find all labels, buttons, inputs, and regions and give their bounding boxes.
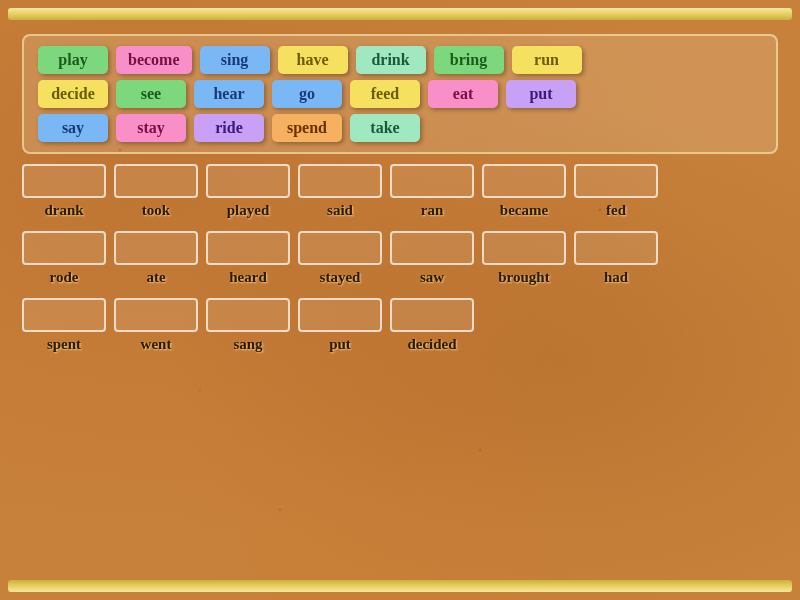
words-panel: play become sing have drink bring run de…	[22, 34, 778, 154]
answer-box-spent[interactable]	[22, 298, 106, 332]
word-bring[interactable]: bring	[434, 46, 504, 74]
answer-item-decided: decided	[390, 298, 474, 353]
answer-box-ran[interactable]	[390, 164, 474, 198]
word-row-2: decide see hear go feed eat put	[38, 80, 762, 108]
answer-box-said[interactable]	[298, 164, 382, 198]
word-go[interactable]: go	[272, 80, 342, 108]
answer-item-said: said	[298, 164, 382, 219]
answer-item-played: played	[206, 164, 290, 219]
answer-box-ate[interactable]	[114, 231, 198, 265]
word-feed[interactable]: feed	[350, 80, 420, 108]
answer-row-3: spent went sang put decided	[22, 298, 778, 353]
word-row-1: play become sing have drink bring run	[38, 46, 762, 74]
answer-box-rode[interactable]	[22, 231, 106, 265]
answer-label-played: played	[227, 202, 270, 219]
answer-box-went[interactable]	[114, 298, 198, 332]
answer-box-had[interactable]	[574, 231, 658, 265]
answer-section: drank took played said ran became	[22, 164, 778, 357]
answer-label-went: went	[141, 336, 172, 353]
answer-label-took: took	[142, 202, 170, 219]
answer-item-spent: spent	[22, 298, 106, 353]
answer-label-rode: rode	[50, 269, 79, 286]
word-put[interactable]: put	[506, 80, 576, 108]
answer-label-drank: drank	[44, 202, 83, 219]
word-stay[interactable]: stay	[116, 114, 186, 142]
answer-label-fed: fed	[606, 202, 626, 219]
answer-item-fed: fed	[574, 164, 658, 219]
answer-label-had: had	[604, 269, 628, 286]
answer-item-sang: sang	[206, 298, 290, 353]
word-sing[interactable]: sing	[200, 46, 270, 74]
answer-label-decided: decided	[407, 336, 456, 353]
answer-box-fed[interactable]	[574, 164, 658, 198]
answer-label-stayed: stayed	[320, 269, 361, 286]
answer-item-took: took	[114, 164, 198, 219]
word-take[interactable]: take	[350, 114, 420, 142]
answer-item-stayed: stayed	[298, 231, 382, 286]
answer-item-ate: ate	[114, 231, 198, 286]
answer-box-decided[interactable]	[390, 298, 474, 332]
answer-label-heard: heard	[229, 269, 267, 286]
corkboard: play become sing have drink bring run de…	[0, 0, 800, 600]
word-become[interactable]: become	[116, 46, 192, 74]
word-have[interactable]: have	[278, 46, 348, 74]
answer-item-rode: rode	[22, 231, 106, 286]
word-hear[interactable]: hear	[194, 80, 264, 108]
word-run[interactable]: run	[512, 46, 582, 74]
answer-label-ate: ate	[146, 269, 165, 286]
answer-box-heard[interactable]	[206, 231, 290, 265]
answer-box-took[interactable]	[114, 164, 198, 198]
answer-label-spent: spent	[47, 336, 81, 353]
answer-item-became: became	[482, 164, 566, 219]
answer-item-heard: heard	[206, 231, 290, 286]
answer-row-2: rode ate heard stayed saw brought	[22, 231, 778, 286]
answer-item-brought: brought	[482, 231, 566, 286]
bottom-decorative-bar	[8, 580, 792, 592]
word-eat[interactable]: eat	[428, 80, 498, 108]
answer-box-played[interactable]	[206, 164, 290, 198]
answer-label-became: became	[500, 202, 548, 219]
answer-item-drank: drank	[22, 164, 106, 219]
answer-box-sang[interactable]	[206, 298, 290, 332]
answer-item-saw: saw	[390, 231, 474, 286]
word-see[interactable]: see	[116, 80, 186, 108]
answer-label-sang: sang	[233, 336, 262, 353]
top-decorative-bar	[8, 8, 792, 20]
word-spend[interactable]: spend	[272, 114, 342, 142]
answer-label-put: put	[329, 336, 351, 353]
answer-label-ran: ran	[421, 202, 444, 219]
word-play[interactable]: play	[38, 46, 108, 74]
answer-box-stayed[interactable]	[298, 231, 382, 265]
answer-item-had: had	[574, 231, 658, 286]
word-ride[interactable]: ride	[194, 114, 264, 142]
answer-box-put[interactable]	[298, 298, 382, 332]
answer-label-brought: brought	[498, 269, 549, 286]
answer-box-became[interactable]	[482, 164, 566, 198]
answer-item-ran: ran	[390, 164, 474, 219]
answer-label-said: said	[327, 202, 353, 219]
word-say[interactable]: say	[38, 114, 108, 142]
answer-label-saw: saw	[420, 269, 444, 286]
word-row-3: say stay ride spend take	[38, 114, 762, 142]
answer-row-1: drank took played said ran became	[22, 164, 778, 219]
answer-box-saw[interactable]	[390, 231, 474, 265]
answer-item-went: went	[114, 298, 198, 353]
word-drink[interactable]: drink	[356, 46, 426, 74]
answer-box-brought[interactable]	[482, 231, 566, 265]
word-decide[interactable]: decide	[38, 80, 108, 108]
answer-item-put: put	[298, 298, 382, 353]
answer-box-drank[interactable]	[22, 164, 106, 198]
